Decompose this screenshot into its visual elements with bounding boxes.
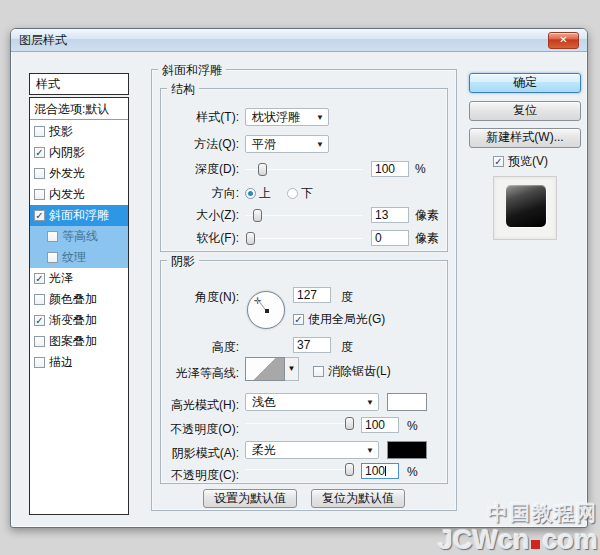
sidebar-item-label: 渐变叠加 (49, 312, 97, 329)
antialias-checkbox[interactable] (313, 366, 324, 377)
shadow-opacity-slider[interactable] (245, 463, 353, 476)
gloss-contour-swatch[interactable] (245, 357, 285, 381)
altitude-input[interactable]: 37 (293, 337, 331, 353)
checkbox-icon[interactable] (34, 168, 45, 179)
checkbox-icon[interactable] (34, 336, 45, 347)
shadow-opacity-unit: % (407, 465, 418, 479)
sidebar-item-outer-glow[interactable]: 外发光 (30, 163, 128, 184)
checkbox-icon[interactable]: ✓ (34, 315, 45, 326)
angle-label: 角度(N): (161, 289, 239, 306)
slider-track (245, 238, 363, 239)
sidebar-item-pattern-overlay[interactable]: 图案叠加 (30, 331, 128, 352)
depth-slider[interactable] (245, 163, 363, 176)
highlight-mode-dropdown[interactable]: 浅色 ▼ (245, 393, 379, 411)
watermark-url-prefix: JCWcn (438, 525, 530, 555)
sidebar-item-stroke[interactable]: 描边 (30, 352, 128, 373)
style-preview-swatch (506, 185, 546, 227)
checkbox-icon[interactable]: ✓ (34, 210, 45, 221)
shadow-opacity-input[interactable]: 100 (361, 463, 399, 479)
sidebar-item-blending-options[interactable]: 混合选项:默认 (30, 99, 128, 120)
sidebar-item-inner-glow[interactable]: 内发光 (30, 184, 128, 205)
shading-group-title: 阴影 (167, 253, 199, 270)
sidebar-item-contour[interactable]: 等高线 (30, 226, 128, 247)
shadow-mode-dropdown[interactable]: 柔光 ▼ (245, 441, 379, 459)
panel-title: 斜面和浮雕 (158, 62, 226, 79)
soften-input[interactable]: 0 (371, 230, 409, 246)
sidebar-item-label: 描边 (49, 354, 73, 371)
global-light-row: ✓ 使用全局光(G) (293, 311, 385, 328)
shadow-mode-value: 柔光 (252, 442, 362, 459)
direction-row: 方向: 上 下 (167, 183, 441, 203)
sidebar-item-inner-shadow[interactable]: ✓ 内阴影 (30, 142, 128, 163)
slider-thumb[interactable] (246, 232, 255, 245)
slider-thumb[interactable] (253, 209, 262, 222)
check-icon: ✓ (494, 156, 502, 167)
sidebar-item-gradient-overlay[interactable]: ✓ 渐变叠加 (30, 310, 128, 331)
style-dropdown[interactable]: 枕状浮雕 ▼ (245, 108, 329, 126)
style-preview-thumbnail (493, 176, 557, 240)
check-icon: ✓ (35, 273, 43, 284)
depth-row: 深度(D): 100 % (167, 159, 441, 179)
checkbox-icon[interactable]: ✓ (34, 147, 45, 158)
new-style-button[interactable]: 新建样式(W)... (469, 128, 581, 148)
gloss-contour-dropdown[interactable]: ▼ (285, 357, 299, 381)
checkbox-icon[interactable] (34, 126, 45, 137)
checkbox-icon[interactable]: ✓ (34, 273, 45, 284)
style-dropdown-value: 枕状浮雕 (252, 109, 312, 126)
set-default-button[interactable]: 设置为默认值 (203, 489, 297, 508)
direction-down-radio[interactable] (287, 188, 298, 199)
sidebar-item-label: 图案叠加 (49, 333, 97, 350)
technique-dropdown[interactable]: 平滑 ▼ (245, 135, 329, 153)
size-slider[interactable] (245, 209, 363, 222)
altitude-label: 高度: (161, 339, 239, 356)
sidebar-item-drop-shadow[interactable]: 投影 (30, 121, 128, 142)
depth-input[interactable]: 100 (371, 161, 409, 177)
checkbox-icon[interactable] (47, 231, 58, 242)
angle-dial-center (265, 309, 269, 313)
global-light-label: 使用全局光(G) (308, 311, 385, 328)
technique-row: 方法(Q): 平滑 ▼ (167, 134, 441, 154)
sidebar-item-texture[interactable]: 纹理 (30, 247, 128, 268)
close-button[interactable]: ✕ (548, 32, 579, 49)
sidebar-item-satin[interactable]: ✓ 光泽 (30, 268, 128, 289)
highlight-opacity-input[interactable]: 100 (361, 417, 399, 433)
slider-track (245, 215, 363, 216)
shadow-mode-label: 阴影模式(A): (161, 445, 239, 462)
chevron-down-icon: ▼ (316, 140, 324, 149)
antialias-row: 消除锯齿(L) (313, 363, 391, 380)
direction-up-radio[interactable] (245, 188, 256, 199)
slider-thumb[interactable] (345, 417, 354, 430)
checkbox-icon[interactable] (34, 294, 45, 305)
sidebar-item-bevel-emboss[interactable]: ✓ 斜面和浮雕 (30, 205, 128, 226)
shadow-opacity-value: 100 (365, 464, 385, 478)
size-unit: 像素 (415, 207, 439, 224)
reset-button[interactable]: 复位 (469, 101, 581, 121)
highlight-color-swatch[interactable] (387, 393, 427, 411)
checkbox-icon[interactable] (34, 357, 45, 368)
angle-dial[interactable]: ✛ (247, 291, 285, 329)
slider-thumb[interactable] (345, 463, 354, 476)
angle-input[interactable]: 127 (293, 287, 331, 303)
preview-checkbox[interactable]: ✓ (493, 156, 504, 167)
size-input[interactable]: 13 (371, 207, 409, 223)
soften-slider[interactable] (245, 232, 363, 245)
slider-thumb[interactable] (258, 163, 267, 176)
highlight-opacity-slider[interactable] (245, 417, 353, 430)
sidebar-item-label: 纹理 (62, 249, 86, 266)
defaults-button-row: 设置为默认值 复位为默认值 (152, 489, 456, 508)
sidebar-item-color-overlay[interactable]: 颜色叠加 (30, 289, 128, 310)
checkbox-icon[interactable] (47, 252, 58, 263)
bevel-emboss-panel: 斜面和浮雕 结构 样式(T): 枕状浮雕 ▼ 方法(Q): 平滑 ▼ 深度(D)… (151, 69, 457, 511)
red-dot-icon (531, 540, 540, 549)
reset-default-button[interactable]: 复位为默认值 (311, 489, 405, 508)
titlebar[interactable]: 图层样式 ✕ (11, 29, 587, 52)
check-icon: ✓ (35, 210, 43, 221)
ok-button[interactable]: 确定 (469, 73, 581, 93)
check-icon: ✓ (294, 314, 302, 325)
checkbox-icon[interactable] (34, 189, 45, 200)
check-icon: ✓ (35, 147, 43, 158)
watermark-url-suffix: com (542, 525, 598, 555)
shadow-color-swatch[interactable] (387, 441, 427, 459)
global-light-checkbox[interactable]: ✓ (293, 314, 304, 325)
angle-unit: 度 (341, 289, 353, 306)
